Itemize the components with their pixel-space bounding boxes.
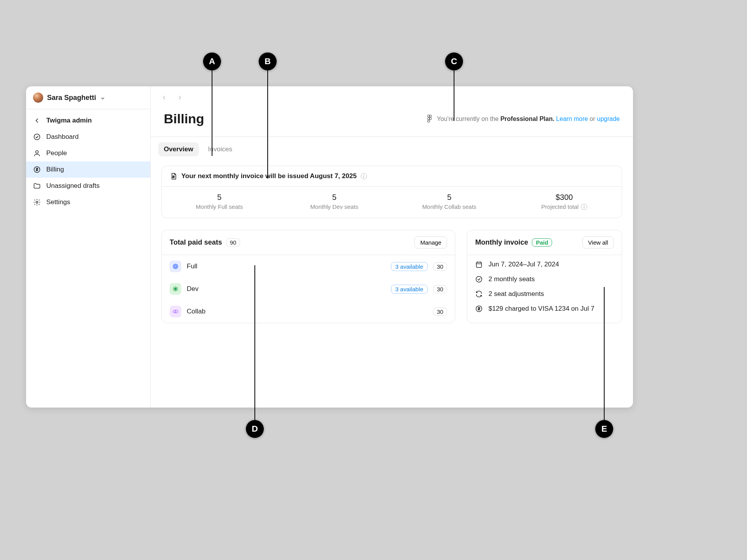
stat-value: 5 [162, 193, 277, 202]
calendar-icon [475, 261, 483, 268]
plan-name: Professional Plan. [500, 116, 554, 122]
stat-value: 5 [277, 193, 392, 202]
plan-note: You're currently on the Professional Pla… [427, 115, 620, 123]
check-circle-icon [475, 275, 483, 283]
check-circle-icon [33, 133, 41, 141]
stat-full-seats: 5 Monthly Full seats [162, 193, 277, 210]
nav-back[interactable]: Twigma admin [26, 112, 150, 129]
upgrade-link[interactable]: upgrade [597, 116, 620, 122]
dollar-circle-icon [33, 166, 41, 173]
refresh-icon [475, 290, 483, 298]
stat-label: Monthly Collab seats [392, 203, 507, 210]
person-icon [33, 149, 41, 157]
chevron-down-icon [100, 95, 105, 100]
seats-header: Total paid seats 90 Manage [162, 230, 455, 255]
stat-label-text: Projected total [541, 203, 579, 210]
callout-d-lead [254, 265, 255, 420]
sidebar: Sara Spaghetti Twigma admin Dashboard [26, 86, 151, 408]
invoice-file-icon [170, 172, 177, 180]
sidebar-item-drafts[interactable]: Unassigned drafts [26, 178, 150, 194]
page-header: Billing You're currently on the Professi… [151, 103, 633, 136]
seat-name: Dev [187, 285, 386, 293]
stat-label: Projected total i [507, 203, 622, 210]
content: Your next monthly invoice will be issued… [151, 156, 633, 332]
invoice-line-text: 2 seat adjustments [488, 290, 544, 298]
sidebar-item-label: Dashboard [46, 133, 79, 141]
svg-point-0 [34, 134, 40, 140]
history-nav [151, 86, 633, 103]
callout-a-lead [212, 70, 212, 156]
plan-prefix: You're currently on the [437, 116, 500, 122]
cards-row: Total paid seats 90 Manage Full 3 availa… [161, 230, 622, 323]
view-all-button[interactable]: View all [582, 236, 614, 248]
tab-overview[interactable]: Overview [158, 142, 199, 156]
invoice-line-period: Jun 7, 2024–Jul 7, 2024 [475, 261, 614, 268]
user-name: Sara Spaghetti [47, 94, 96, 102]
app-frame: Sara Spaghetti Twigma admin Dashboard [26, 86, 633, 408]
callout-d: D [246, 420, 264, 438]
invoice-line-charge: $129 charged to VISA 1234 on Jul 7 [475, 305, 614, 313]
seats-title: Total paid seats [170, 238, 222, 247]
history-back-button[interactable] [158, 92, 170, 103]
available-badge: 3 available [391, 285, 428, 294]
next-invoice-message: Your next monthly invoice will be issued… [181, 172, 357, 180]
dollar-circle-icon [475, 305, 483, 313]
avatar [33, 93, 43, 103]
sidebar-item-label: Unassigned drafts [46, 182, 100, 190]
dev-seat-icon [170, 283, 181, 295]
svg-point-1 [36, 150, 39, 153]
seat-row-collab: Collab 30 [162, 300, 455, 323]
sidebar-item-people[interactable]: People [26, 145, 150, 161]
figma-icon [427, 115, 433, 123]
monthly-invoice-card: Monthly invoice Paid View all Jun 7, 202… [467, 230, 622, 323]
stat-projected-total: $300 Projected total i [507, 193, 622, 210]
seat-count: 30 [433, 262, 447, 271]
svg-point-12 [175, 310, 178, 313]
stat-value: 5 [392, 193, 507, 202]
invoice-body: Jun 7, 2024–Jul 7, 2024 2 monthly seats … [467, 255, 622, 318]
stat-value: $300 [507, 193, 622, 202]
invoice-title: Monthly invoice [475, 238, 528, 247]
paid-badge: Paid [532, 238, 552, 247]
callout-e: E [595, 420, 613, 438]
seat-row-full: Full 3 available 30 [162, 255, 455, 278]
svg-rect-13 [477, 262, 482, 267]
sidebar-item-label: People [46, 149, 67, 157]
tab-invoices[interactable]: Invoices [203, 142, 238, 156]
callout-c: C [445, 52, 463, 70]
available-badge: 3 available [391, 262, 428, 271]
svg-point-3 [36, 201, 38, 203]
full-seat-icon [170, 261, 181, 272]
history-forward-button[interactable] [174, 92, 186, 103]
seat-name: Collab [187, 308, 428, 315]
plan-note-text: You're currently on the Professional Pla… [437, 116, 620, 122]
manage-button[interactable]: Manage [414, 236, 447, 248]
callout-b-lead [267, 70, 268, 178]
sidebar-item-billing[interactable]: Billing [26, 161, 150, 178]
chevron-left-icon [33, 117, 41, 124]
invoice-line-text: $129 charged to VISA 1234 on Jul 7 [488, 305, 594, 313]
callout-a: A [203, 52, 221, 70]
seats-card: Total paid seats 90 Manage Full 3 availa… [161, 230, 455, 323]
next-invoice-stats: 5 Monthly Full seats 5 Monthly Dev seats… [162, 187, 622, 218]
seats-total-badge: 90 [226, 238, 240, 247]
sidebar-item-settings[interactable]: Settings [26, 194, 150, 210]
sidebar-nav: Twigma admin Dashboard People Billing [26, 109, 150, 210]
callout-e-lead [604, 287, 605, 420]
nav-back-label: Twigma admin [46, 117, 92, 124]
page-title: Billing [164, 111, 204, 126]
user-menu[interactable]: Sara Spaghetti [26, 86, 150, 109]
tabs: Overview Invoices [151, 136, 633, 156]
stat-label: Monthly Dev seats [277, 203, 392, 210]
gear-icon [33, 198, 41, 206]
callout-b: B [259, 52, 277, 70]
callout-c-lead [454, 70, 454, 121]
seat-row-dev: Dev 3 available 30 [162, 278, 455, 300]
info-icon[interactable]: i [361, 173, 367, 179]
invoice-line-adjustments: 2 seat adjustments [475, 290, 614, 298]
sidebar-item-dashboard[interactable]: Dashboard [26, 129, 150, 145]
svg-point-14 [476, 276, 482, 282]
collab-seat-icon [170, 306, 181, 317]
info-icon[interactable]: i [581, 204, 587, 210]
learn-more-link[interactable]: Learn more [556, 116, 588, 122]
